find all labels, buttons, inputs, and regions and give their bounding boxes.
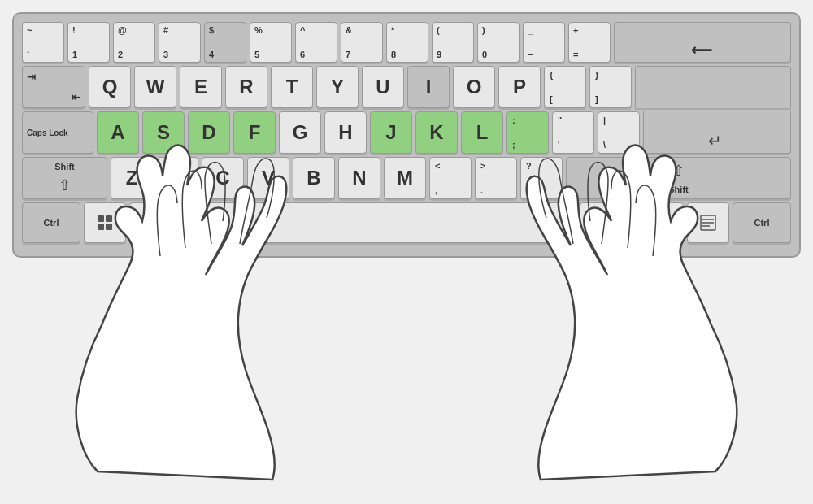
key-row-2: ⇥ ⇤ Q W E R T Y U I O P: [22, 66, 791, 108]
key-minus[interactable]: _ −: [523, 22, 565, 63]
key-shift-right[interactable]: ⇧ Shift: [566, 157, 791, 199]
key-v[interactable]: V: [247, 157, 289, 199]
key-equals[interactable]: + =: [568, 22, 611, 63]
key-1[interactable]: ! 1: [67, 22, 110, 63]
key-period[interactable]: > .: [475, 157, 517, 199]
svg-rect-6: [655, 224, 662, 230]
key-7[interactable]: & 7: [341, 22, 383, 63]
key-menu[interactable]: [687, 202, 729, 243]
key-comma[interactable]: < ,: [429, 157, 472, 199]
key-c[interactable]: C: [202, 157, 244, 199]
key-g[interactable]: G: [279, 111, 321, 154]
key-w[interactable]: W: [134, 66, 176, 108]
key-slash[interactable]: ? /: [520, 157, 563, 199]
key-tilde[interactable]: ~ `: [22, 22, 64, 63]
key-f[interactable]: F: [233, 111, 276, 154]
key-h[interactable]: H: [324, 111, 367, 154]
key-u[interactable]: U: [362, 66, 404, 108]
key-shift-left[interactable]: Shift ⇧: [22, 157, 107, 199]
key-semicolon[interactable]: : ;: [506, 111, 549, 154]
key-enter-top[interactable]: [635, 66, 791, 108]
key-b[interactable]: B: [293, 157, 335, 199]
key-backspace[interactable]: ⟵: [614, 22, 791, 63]
key-alt-left[interactable]: ↙ Alt: [129, 202, 185, 243]
key-e[interactable]: E: [180, 66, 222, 108]
key-quote[interactable]: " ': [552, 111, 594, 154]
key-row-1: ~ ` ! 1 @ 2 # 3 $ 4 % 5 ^ 6 & 7: [22, 22, 791, 63]
key-0[interactable]: ) 0: [477, 22, 520, 63]
key-altgr[interactable]: ↙ Alt Gr: [580, 202, 638, 243]
key-row-3: Caps Lock A S D F G H J K L : ;: [22, 111, 791, 154]
key-5[interactable]: % 5: [250, 22, 292, 63]
key-t[interactable]: T: [271, 66, 313, 108]
key-s[interactable]: S: [142, 111, 185, 154]
key-9[interactable]: ( 9: [432, 22, 474, 63]
svg-rect-4: [655, 215, 662, 222]
svg-rect-2: [98, 224, 104, 230]
key-tab[interactable]: ⇥ ⇤: [22, 66, 85, 108]
key-win-right[interactable]: [641, 202, 684, 243]
key-r[interactable]: R: [225, 66, 267, 108]
key-4[interactable]: $ 4: [204, 22, 246, 63]
keyboard-container: ~ ` ! 1 @ 2 # 3 $ 4 % 5 ^ 6 & 7: [12, 12, 801, 258]
key-l[interactable]: L: [461, 111, 503, 154]
key-ctrl-left[interactable]: Ctrl: [22, 202, 80, 243]
svg-rect-0: [98, 215, 104, 222]
key-k[interactable]: K: [415, 111, 458, 154]
key-backslash[interactable]: | \: [598, 111, 640, 154]
svg-rect-1: [106, 215, 112, 222]
key-enter-bot[interactable]: ↵: [643, 111, 791, 154]
key-n[interactable]: N: [338, 157, 380, 199]
key-row-4: Shift ⇧ Z X C V B N M < , > .: [22, 157, 791, 199]
key-i[interactable]: I: [407, 66, 450, 108]
key-j[interactable]: J: [370, 111, 412, 154]
key-m[interactable]: M: [384, 157, 426, 199]
key-p[interactable]: P: [498, 66, 541, 108]
key-8[interactable]: * 8: [386, 22, 428, 63]
key-z[interactable]: Z: [111, 157, 153, 199]
key-lbracket[interactable]: { [: [544, 66, 586, 108]
key-ctrl-right[interactable]: Ctrl: [733, 202, 791, 243]
key-y[interactable]: Y: [316, 66, 359, 108]
svg-rect-7: [663, 224, 670, 230]
svg-rect-5: [663, 215, 670, 222]
key-row-5: Ctrl ↙ Alt ↙ Alt Gr: [22, 202, 791, 243]
key-a[interactable]: A: [97, 111, 139, 154]
key-d[interactable]: D: [188, 111, 230, 154]
svg-rect-3: [106, 224, 112, 230]
key-win-left[interactable]: [84, 202, 126, 243]
key-q[interactable]: Q: [89, 66, 131, 108]
key-rbracket[interactable]: } ]: [589, 66, 632, 108]
key-2[interactable]: @ 2: [113, 22, 155, 63]
key-x[interactable]: X: [156, 157, 198, 199]
key-o[interactable]: O: [453, 66, 495, 108]
key-space[interactable]: [188, 202, 576, 243]
key-6[interactable]: ^ 6: [295, 22, 337, 63]
key-capslock[interactable]: Caps Lock: [22, 111, 93, 154]
key-3[interactable]: # 3: [159, 22, 201, 63]
